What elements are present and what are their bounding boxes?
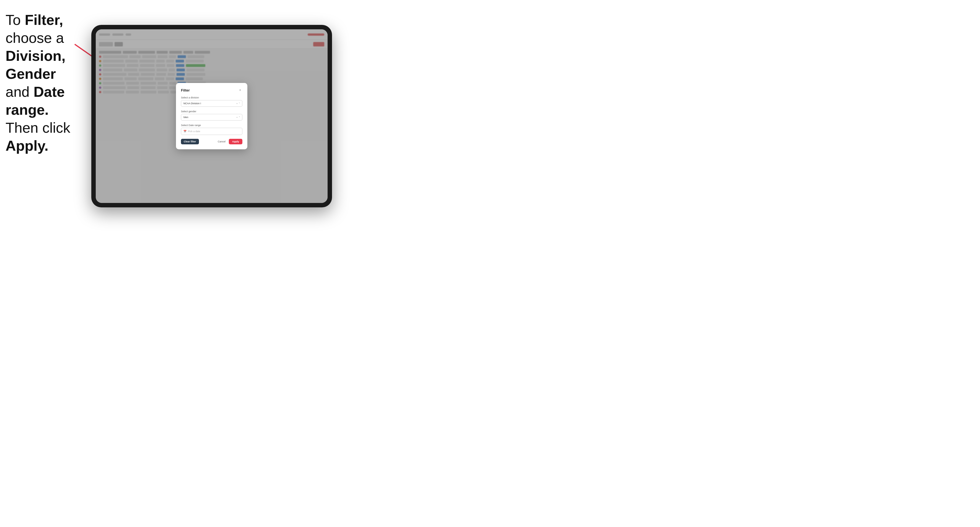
- gender-value: Men: [183, 116, 188, 119]
- modal-title: Filter: [181, 88, 190, 92]
- division-value: NCAA Division I: [183, 102, 201, 105]
- division-clear-icon[interactable]: ×: [236, 102, 238, 105]
- gender-select[interactable]: Men × ⌃: [181, 114, 242, 121]
- date-range-form-group: Select Date range 📅 Pick a date: [181, 124, 242, 135]
- division-select[interactable]: NCAA Division I × ⌃: [181, 100, 242, 107]
- division-label: Select a division: [181, 96, 242, 99]
- instruction-text: To Filter, choose a Division, Gender and…: [6, 11, 91, 155]
- modal-header: Filter ×: [181, 88, 242, 92]
- tablet-screen: Filter × Select a division NCAA Division…: [96, 29, 328, 203]
- gender-label: Select gender: [181, 110, 242, 113]
- cancel-button[interactable]: Cancel: [216, 139, 227, 144]
- date-placeholder: Pick a date: [188, 130, 200, 133]
- clear-filter-button[interactable]: Clear filter: [181, 139, 199, 144]
- tablet-frame: Filter × Select a division NCAA Division…: [91, 25, 332, 207]
- modal-close-button[interactable]: ×: [238, 88, 242, 92]
- modal-action-buttons: Cancel Apply: [216, 139, 242, 144]
- date-range-input[interactable]: 📅 Pick a date: [181, 128, 242, 135]
- instruction-line3: and Date range.: [6, 84, 65, 118]
- apply-button[interactable]: Apply: [229, 139, 242, 144]
- instruction-line1: To Filter, choose a: [6, 12, 64, 46]
- division-form-group: Select a division NCAA Division I × ⌃: [181, 96, 242, 107]
- gender-form-group: Select gender Men × ⌃: [181, 110, 242, 121]
- modal-overlay: Filter × Select a division NCAA Division…: [96, 29, 328, 203]
- instruction-line4: Then click Apply.: [6, 120, 70, 154]
- division-chevron-icon[interactable]: ⌃: [239, 102, 240, 105]
- division-select-icons: × ⌃: [236, 102, 240, 105]
- modal-footer: Clear filter Cancel Apply: [181, 139, 242, 144]
- calendar-icon: 📅: [183, 130, 186, 133]
- gender-select-icons: × ⌃: [236, 116, 240, 119]
- instruction-bold2: Division, Gender: [6, 48, 65, 82]
- gender-chevron-icon[interactable]: ⌃: [239, 116, 240, 119]
- date-range-label: Select Date range: [181, 124, 242, 127]
- gender-clear-icon[interactable]: ×: [236, 116, 238, 119]
- filter-modal: Filter × Select a division NCAA Division…: [176, 83, 247, 149]
